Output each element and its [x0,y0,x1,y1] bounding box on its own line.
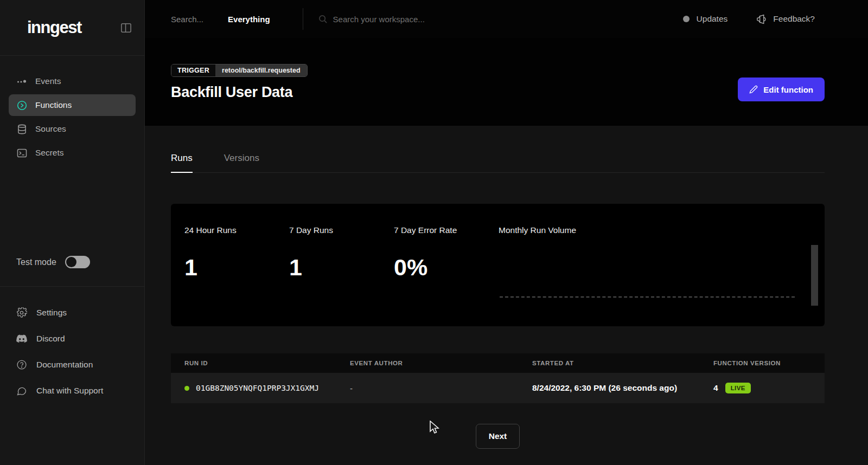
trigger-badge: TRIGGER retool/backfill.requested [171,64,308,77]
chart-limit-dashed-line [500,296,795,298]
feedback-button[interactable]: Feedback? [756,14,815,24]
test-mode-label: Test mode [16,257,56,267]
status-dot-icon [184,386,189,391]
functions-icon [16,100,27,111]
test-mode-toggle[interactable] [65,256,90,268]
stat-value: 1 [289,254,394,281]
col-run-id: RUN ID [171,360,350,366]
sidebar-item-label: Functions [35,100,72,110]
stat-24h-runs: 24 Hour Runs 1 [184,225,289,326]
sidebar-item-label: Chat with Support [36,386,103,396]
feedback-label: Feedback? [773,14,815,24]
secrets-icon [16,148,27,158]
search-scope-everything[interactable]: Everything [228,15,270,24]
stats-card: 24 Hour Runs 1 7 Day Runs 1 7 Day Error … [171,204,825,326]
sidebar-item-settings[interactable]: Settings [0,300,144,326]
stat-label: 24 Hour Runs [184,225,289,235]
tab-bar: Runs Versions [171,153,825,173]
search-label[interactable]: Search... [171,15,203,24]
sidebar-item-documentation[interactable]: Documentation [0,352,144,378]
discord-icon [16,334,27,343]
chart-bar-current [811,245,818,306]
edit-pencil-icon [749,85,758,94]
workspace-search-input[interactable] [333,15,507,24]
pagination: Next [171,424,825,449]
edit-function-button[interactable]: Edit function [738,78,825,101]
sidebar-header: inngest [0,0,144,56]
function-header: TRIGGER retool/backfill.requested Backfi… [145,38,868,126]
toggle-knob [66,257,76,267]
function-version-cell: 4 LIVE [713,383,825,393]
chat-bubble-icon [16,385,27,396]
stat-7d-error-rate: 7 Day Error Rate 0% [394,225,499,326]
question-circle-icon [16,359,27,370]
page-title: Backfill User Data [171,84,825,101]
topbar: Search... Everything Updates Feedback? [145,0,868,38]
col-event-author: EVENT AUTHOR [350,360,532,366]
runs-table: RUN ID EVENT AUTHOR STARTED AT FUNCTION … [171,353,825,403]
run-id: 01GB8ZN05YNQFQ1PRP3JX1GXMJ [196,384,319,392]
sources-icon [16,124,27,134]
edit-function-label: Edit function [763,85,813,94]
sidebar-item-events[interactable]: Events [9,70,136,92]
sidebar-item-label: Sources [35,124,66,134]
sidebar-item-functions[interactable]: Functions [9,94,136,116]
sidebar-item-label: Settings [36,308,67,318]
megaphone-icon [756,14,767,24]
content-area: Runs Versions 24 Hour Runs 1 7 Day Runs … [145,126,868,465]
updates-label: Updates [697,14,728,24]
sidebar-item-label: Secrets [35,148,64,158]
stat-7d-runs: 7 Day Runs 1 [289,225,394,326]
stat-value: 0% [394,254,499,281]
updates-button[interactable]: Updates [683,14,728,24]
trigger-badge-label: TRIGGER [171,64,215,76]
sidebar-nav: Events Functions Sources [0,68,144,166]
search-icon [318,15,328,24]
version-number: 4 [713,383,718,393]
inngest-logo: inngest [27,18,81,37]
sidebar-item-label: Discord [36,334,65,344]
stat-label: 7 Day Error Rate [394,225,499,235]
monthly-run-volume-chart: Monthly Run Volume [499,225,825,326]
updates-dot-icon [683,16,690,22]
live-badge: LIVE [725,383,751,393]
main-panel: Search... Everything Updates Feedback? [145,0,868,465]
chart-title: Monthly Run Volume [499,225,825,235]
test-mode-row: Test mode [16,256,90,268]
tab-versions[interactable]: Versions [224,153,259,172]
col-function-version: FUNCTION VERSION [713,360,825,366]
sidebar-collapse-icon[interactable] [120,22,132,34]
sidebar: inngest Events Functions [0,0,145,465]
events-icon [16,78,27,85]
topbar-divider [303,8,303,30]
stat-label: 7 Day Runs [289,225,394,235]
sidebar-item-sources[interactable]: Sources [9,118,136,140]
sidebar-divider [0,286,144,287]
tab-runs[interactable]: Runs [171,153,193,173]
table-header-row: RUN ID EVENT AUTHOR STARTED AT FUNCTION … [171,353,825,373]
gear-icon [16,307,27,318]
event-author-cell: - [350,384,532,393]
sidebar-item-label: Events [35,76,61,86]
next-button[interactable]: Next [476,424,520,449]
sidebar-item-discord[interactable]: Discord [0,326,144,352]
started-at-cell: 8/24/2022, 6:30 PM (26 seconds ago) [532,383,713,393]
col-started-at: STARTED AT [532,360,713,366]
sidebar-footer-nav: Settings Discord Documentation [0,300,144,404]
sidebar-item-label: Documentation [36,360,93,370]
sidebar-item-secrets[interactable]: Secrets [9,142,136,164]
trigger-event-name: retool/backfill.requested [215,64,307,76]
stat-value: 1 [184,254,289,281]
table-row[interactable]: 01GB8ZN05YNQFQ1PRP3JX1GXMJ - 8/24/2022, … [171,373,825,403]
sidebar-item-chat-support[interactable]: Chat with Support [0,378,144,404]
run-id-cell: 01GB8ZN05YNQFQ1PRP3JX1GXMJ [171,384,350,392]
